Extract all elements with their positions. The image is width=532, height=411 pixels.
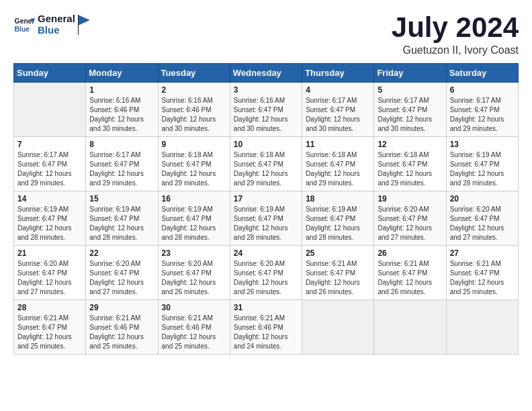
day-number: 9 [162, 140, 226, 149]
day-info: Sunrise: 6:19 AM Sunset: 6:47 PM Dayligh… [234, 205, 298, 242]
day-info: Sunrise: 6:17 AM Sunset: 6:47 PM Dayligh… [306, 96, 370, 134]
calendar-cell [446, 300, 518, 355]
day-number: 18 [306, 194, 370, 203]
calendar-cell: 30 Sunrise: 6:21 AM Sunset: 6:46 PM Dayl… [158, 300, 230, 355]
day-info: Sunrise: 6:20 AM Sunset: 6:47 PM Dayligh… [17, 259, 82, 297]
day-number: 26 [378, 248, 442, 258]
day-info: Sunrise: 6:19 AM Sunset: 6:47 PM Dayligh… [306, 205, 370, 242]
calendar-cell: 4 Sunrise: 6:17 AM Sunset: 6:47 PM Dayli… [302, 83, 374, 137]
calendar-cell: 11 Sunrise: 6:18 AM Sunset: 6:47 PM Dayl… [302, 137, 374, 191]
day-info: Sunrise: 6:16 AM Sunset: 6:46 PM Dayligh… [162, 96, 226, 134]
day-number: 11 [306, 140, 370, 149]
calendar-cell: 12 Sunrise: 6:18 AM Sunset: 6:47 PM Dayl… [374, 137, 446, 191]
logo-blue: Blue [38, 25, 75, 36]
calendar-cell: 23 Sunrise: 6:20 AM Sunset: 6:47 PM Dayl… [158, 246, 230, 300]
weekday-header-tuesday: Tuesday [158, 64, 230, 83]
day-number: 2 [162, 85, 226, 95]
calendar-cell: 13 Sunrise: 6:19 AM Sunset: 6:47 PM Dayl… [446, 137, 518, 191]
day-info: Sunrise: 6:21 AM Sunset: 6:47 PM Dayligh… [17, 314, 82, 351]
day-info: Sunrise: 6:19 AM Sunset: 6:47 PM Dayligh… [17, 205, 82, 242]
calendar-cell: 7 Sunrise: 6:17 AM Sunset: 6:47 PM Dayli… [14, 137, 86, 191]
logo-icon: General Blue [13, 14, 35, 36]
calendar-cell [302, 300, 374, 355]
calendar-cell: 9 Sunrise: 6:18 AM Sunset: 6:47 PM Dayli… [158, 137, 230, 191]
calendar-subtitle: Guetuzon II, Ivory Coast [392, 44, 519, 56]
day-info: Sunrise: 6:17 AM Sunset: 6:47 PM Dayligh… [89, 150, 154, 188]
day-number: 15 [89, 194, 154, 203]
weekday-header-saturday: Saturday [446, 64, 518, 83]
day-number: 14 [17, 194, 82, 203]
day-info: Sunrise: 6:21 AM Sunset: 6:47 PM Dayligh… [450, 259, 515, 297]
day-number: 6 [450, 85, 515, 95]
day-number: 25 [306, 248, 370, 258]
day-info: Sunrise: 6:20 AM Sunset: 6:47 PM Dayligh… [234, 259, 298, 297]
day-info: Sunrise: 6:20 AM Sunset: 6:47 PM Dayligh… [378, 205, 442, 242]
day-number: 19 [378, 194, 442, 203]
page-header: General Blue General Blue July 2024 Guet… [13, 13, 519, 56]
calendar-cell: 21 Sunrise: 6:20 AM Sunset: 6:47 PM Dayl… [14, 246, 86, 300]
calendar-cell: 14 Sunrise: 6:19 AM Sunset: 6:47 PM Dayl… [14, 191, 86, 246]
calendar-week-row: 1 Sunrise: 6:16 AM Sunset: 6:46 PM Dayli… [14, 83, 519, 137]
svg-marker-3 [78, 15, 90, 26]
calendar-cell: 26 Sunrise: 6:21 AM Sunset: 6:47 PM Dayl… [374, 246, 446, 300]
calendar-week-row: 7 Sunrise: 6:17 AM Sunset: 6:47 PM Dayli… [14, 137, 519, 191]
day-number: 17 [234, 194, 298, 203]
calendar-title: July 2024 [392, 13, 519, 42]
calendar-cell: 24 Sunrise: 6:20 AM Sunset: 6:47 PM Dayl… [230, 246, 302, 300]
day-number: 30 [162, 303, 226, 312]
weekday-header-monday: Monday [86, 64, 158, 83]
calendar-week-row: 14 Sunrise: 6:19 AM Sunset: 6:47 PM Dayl… [14, 191, 519, 246]
day-info: Sunrise: 6:21 AM Sunset: 6:47 PM Dayligh… [378, 259, 442, 297]
weekday-header-row: SundayMondayTuesdayWednesdayThursdayFrid… [14, 64, 519, 83]
day-info: Sunrise: 6:18 AM Sunset: 6:47 PM Dayligh… [378, 150, 442, 188]
day-info: Sunrise: 6:21 AM Sunset: 6:46 PM Dayligh… [234, 314, 298, 351]
day-info: Sunrise: 6:21 AM Sunset: 6:46 PM Dayligh… [89, 314, 154, 351]
calendar-cell [374, 300, 446, 355]
day-number: 5 [378, 85, 442, 95]
weekday-header-thursday: Thursday [302, 64, 374, 83]
calendar-cell: 2 Sunrise: 6:16 AM Sunset: 6:46 PM Dayli… [158, 83, 230, 137]
day-number: 13 [450, 140, 515, 149]
calendar-cell: 6 Sunrise: 6:17 AM Sunset: 6:47 PM Dayli… [446, 83, 518, 137]
day-info: Sunrise: 6:18 AM Sunset: 6:47 PM Dayligh… [306, 150, 370, 188]
day-number: 16 [162, 194, 226, 203]
calendar-cell: 17 Sunrise: 6:19 AM Sunset: 6:47 PM Dayl… [230, 191, 302, 246]
day-info: Sunrise: 6:21 AM Sunset: 6:47 PM Dayligh… [306, 259, 370, 297]
calendar-cell: 15 Sunrise: 6:19 AM Sunset: 6:47 PM Dayl… [86, 191, 158, 246]
calendar-cell: 22 Sunrise: 6:20 AM Sunset: 6:47 PM Dayl… [86, 246, 158, 300]
calendar-cell: 5 Sunrise: 6:17 AM Sunset: 6:47 PM Dayli… [374, 83, 446, 137]
day-number: 10 [234, 140, 298, 149]
calendar-cell: 1 Sunrise: 6:16 AM Sunset: 6:46 PM Dayli… [86, 83, 158, 137]
calendar-table: SundayMondayTuesdayWednesdayThursdayFrid… [13, 63, 519, 355]
calendar-week-row: 28 Sunrise: 6:21 AM Sunset: 6:47 PM Dayl… [14, 300, 519, 355]
calendar-cell: 27 Sunrise: 6:21 AM Sunset: 6:47 PM Dayl… [446, 246, 518, 300]
day-info: Sunrise: 6:17 AM Sunset: 6:47 PM Dayligh… [17, 150, 82, 188]
day-info: Sunrise: 6:20 AM Sunset: 6:47 PM Dayligh… [162, 259, 226, 297]
day-number: 31 [234, 303, 298, 312]
svg-text:Blue: Blue [15, 25, 30, 32]
calendar-cell: 3 Sunrise: 6:16 AM Sunset: 6:47 PM Dayli… [230, 83, 302, 137]
calendar-cell: 19 Sunrise: 6:20 AM Sunset: 6:47 PM Dayl… [374, 191, 446, 246]
day-number: 12 [378, 140, 442, 149]
calendar-cell: 8 Sunrise: 6:17 AM Sunset: 6:47 PM Dayli… [86, 137, 158, 191]
day-info: Sunrise: 6:17 AM Sunset: 6:47 PM Dayligh… [450, 96, 515, 134]
logo: General Blue General Blue [13, 13, 91, 36]
calendar-cell: 31 Sunrise: 6:21 AM Sunset: 6:46 PM Dayl… [230, 300, 302, 355]
day-info: Sunrise: 6:21 AM Sunset: 6:46 PM Dayligh… [162, 314, 226, 351]
day-info: Sunrise: 6:18 AM Sunset: 6:47 PM Dayligh… [162, 150, 226, 188]
calendar-cell: 25 Sunrise: 6:21 AM Sunset: 6:47 PM Dayl… [302, 246, 374, 300]
day-number: 22 [89, 248, 154, 258]
day-info: Sunrise: 6:18 AM Sunset: 6:47 PM Dayligh… [234, 150, 298, 188]
day-number: 3 [234, 85, 298, 95]
day-info: Sunrise: 6:16 AM Sunset: 6:46 PM Dayligh… [89, 96, 154, 134]
calendar-cell: 29 Sunrise: 6:21 AM Sunset: 6:46 PM Dayl… [86, 300, 158, 355]
weekday-header-wednesday: Wednesday [230, 64, 302, 83]
weekday-header-friday: Friday [374, 64, 446, 83]
calendar-cell [14, 83, 86, 137]
calendar-week-row: 21 Sunrise: 6:20 AM Sunset: 6:47 PM Dayl… [14, 246, 519, 300]
day-number: 4 [306, 85, 370, 95]
day-number: 28 [17, 303, 82, 312]
day-info: Sunrise: 6:19 AM Sunset: 6:47 PM Dayligh… [162, 205, 226, 242]
day-number: 21 [17, 248, 82, 258]
day-info: Sunrise: 6:17 AM Sunset: 6:47 PM Dayligh… [378, 96, 442, 134]
